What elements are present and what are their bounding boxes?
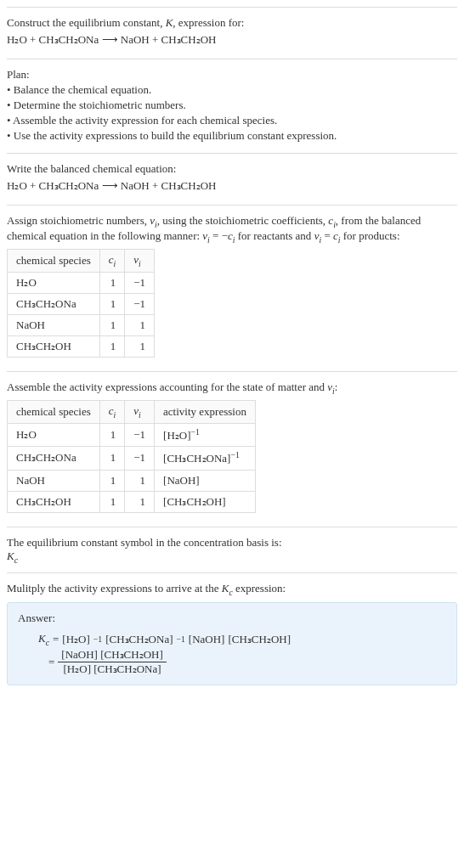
cell-ci: 1 [99,470,125,491]
table-header-row: chemical species ci νi [8,250,155,273]
table-header-row: chemical species ci νi activity expressi… [8,401,256,424]
col-activity: activity expression [155,401,256,424]
cell-vi: 1 [125,335,155,357]
stoich-intro: Assign stoichiometric numbers, νi, using… [7,214,457,244]
cell-ci: 1 [99,293,125,314]
cell-species: NaOH [8,470,100,491]
symbol-value: Kc [7,550,457,565]
symbol-section: The equilibrium constant symbol in the c… [7,527,457,573]
cell-species: H₂O [8,272,100,293]
table-row: H₂O 1 −1 [H₂O]−1 [8,423,256,446]
table-row: CH₃CH₂OH 1 1 [CH₃CH₂OH] [8,491,256,512]
cell-species: CH₃CH₂OH [8,335,100,357]
answer-label: Answer: [18,612,446,625]
activity-table: chemical species ci νi activity expressi… [7,400,256,512]
col-ci: ci [99,250,125,273]
cell-species: CH₃CH₂ONa [8,447,100,470]
cell-activity: [NaOH] [155,470,256,491]
cell-vi: −1 [125,293,155,314]
plan-item: • Assemble the activity expression for e… [7,114,457,127]
table-row: CH₃CH₂ONa 1 −1 [CH₃CH₂ONa]−1 [8,447,256,470]
cell-vi: −1 [125,423,155,446]
cell-activity: [CH₃CH₂ONa]−1 [155,447,256,470]
cell-species: CH₃CH₂ONa [8,293,100,314]
cell-ci: 1 [99,423,125,446]
stoich-section: Assign stoichiometric numbers, νi, using… [7,205,457,371]
multiply-line: Mulitply the activity expressions to arr… [7,582,457,597]
intro-line: Construct the equilibrium constant, K, e… [7,16,457,30]
intro-section: Construct the equilibrium constant, K, e… [7,7,457,59]
col-vi: νi [125,401,155,424]
cell-vi: 1 [125,314,155,335]
cell-vi: −1 [125,272,155,293]
cell-ci: 1 [99,491,125,512]
answer-fraction: [NaOH] [CH₃CH₂OH] [H₂O] [CH₃CH₂ONa] [58,648,166,676]
col-vi: νi [125,250,155,273]
frac-denominator: [H₂O] [CH₃CH₂ONa] [58,662,166,676]
cell-vi: 1 [125,470,155,491]
cell-species: NaOH [8,314,100,335]
table-row: NaOH 1 1 [NaOH] [8,470,256,491]
balanced-equation: H₂O + CH₃CH₂ONa ⟶ NaOH + CH₃CH₂OH [7,179,457,193]
cell-ci: 1 [99,335,125,357]
plan-item: • Balance the chemical equation. [7,83,457,97]
cell-ci: 1 [99,447,125,470]
table-row: CH₃CH₂OH 1 1 [8,335,155,357]
col-species: chemical species [8,401,100,424]
table-row: H₂O 1 −1 [8,272,155,293]
cell-activity: [CH₃CH₂OH] [155,491,256,512]
cell-vi: 1 [125,491,155,512]
balanced-title: Write the balanced chemical equation: [7,162,457,176]
cell-ci: 1 [99,314,125,335]
symbol-intro: The equilibrium constant symbol in the c… [7,536,457,550]
activity-intro: Assemble the activity expressions accoun… [7,380,457,396]
cell-ci: 1 [99,272,125,293]
table-row: CH₃CH₂ONa 1 −1 [8,293,155,314]
frac-numerator: [NaOH] [CH₃CH₂OH] [58,648,166,662]
plan-item: • Use the activity expressions to build … [7,129,457,143]
cell-activity: [H₂O]−1 [155,423,256,446]
cell-vi: −1 [125,447,155,470]
plan-item: • Determine the stoichiometric numbers. [7,99,457,112]
answer-expression: Kc = [H₂O]−1 [CH₃CH₂ONa]−1 [NaOH] [CH₃CH… [38,632,446,677]
plan-title: Plan: [7,68,457,82]
activity-section: Assemble the activity expressions accoun… [7,371,457,527]
stoich-table: chemical species ci νi H₂O 1 −1 CH₃CH₂ON… [7,249,155,358]
answer-box: Answer: Kc = [H₂O]−1 [CH₃CH₂ONa]−1 [NaOH… [7,602,457,686]
balanced-section: Write the balanced chemical equation: H₂… [7,153,457,205]
plan-section: Plan: • Balance the chemical equation. •… [7,59,457,153]
col-ci: ci [99,401,125,424]
table-row: NaOH 1 1 [8,314,155,335]
intro-equation: H₂O + CH₃CH₂ONa ⟶ NaOH + CH₃CH₂OH [7,33,457,47]
cell-species: CH₃CH₂OH [8,491,100,512]
cell-species: H₂O [8,423,100,446]
plan-list: • Balance the chemical equation. • Deter… [7,83,457,143]
multiply-section: Mulitply the activity expressions to arr… [7,572,457,694]
col-species: chemical species [8,250,100,273]
